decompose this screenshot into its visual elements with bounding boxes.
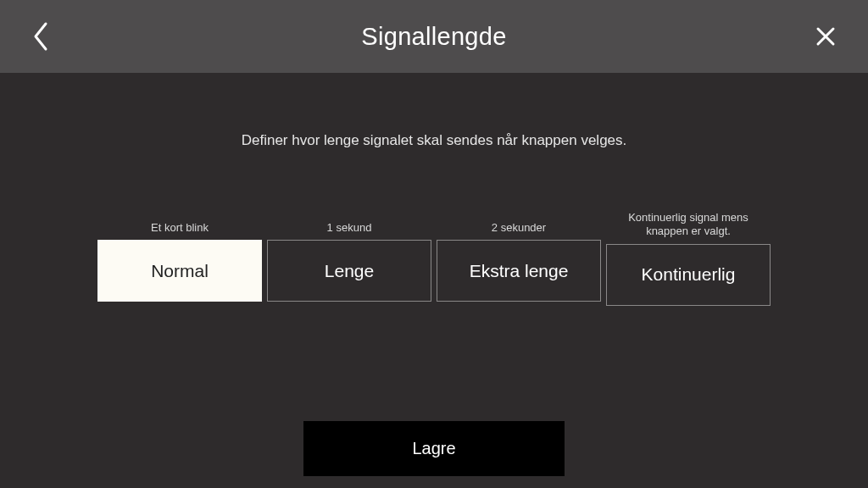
close-button[interactable] [815,26,836,47]
description-text: Definer hvor lenge signalet skal sendes … [0,132,868,149]
option-label: Kontinuerlig signal mens knappen er valg… [612,211,765,244]
chevron-left-icon [32,21,49,52]
save-button[interactable]: Lagre [303,421,565,476]
close-icon [815,26,836,47]
option-button-kontinuerlig[interactable]: Kontinuerlig [606,244,771,306]
option-wrapper-lenge: 1 sekund Lenge [267,211,431,306]
page-title: Signallengde [361,23,506,51]
options-container: Et kort blink Normal 1 sekund Lenge 2 se… [0,211,868,306]
option-button-ekstra-lenge[interactable]: Ekstra lenge [437,240,601,302]
option-wrapper-ekstra-lenge: 2 sekunder Ekstra lenge [437,211,601,306]
option-wrapper-kontinuerlig: Kontinuerlig signal mens knappen er valg… [606,211,771,306]
option-label: Et kort blink [151,211,209,240]
option-button-normal[interactable]: Normal [97,240,262,302]
option-label: 1 sekund [327,211,372,240]
back-button[interactable] [32,21,49,52]
option-button-lenge[interactable]: Lenge [267,240,431,302]
header: Signallengde [0,0,868,73]
option-label: 2 sekunder [492,211,546,240]
option-wrapper-normal: Et kort blink Normal [97,211,262,306]
